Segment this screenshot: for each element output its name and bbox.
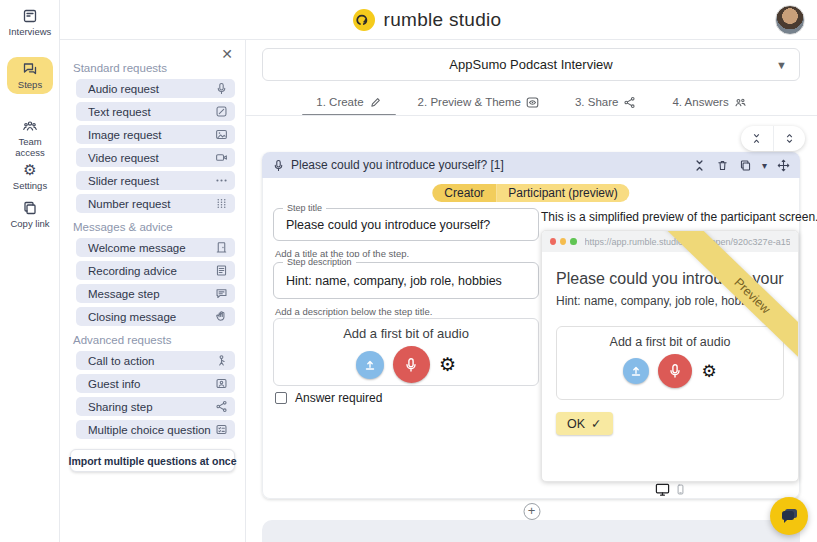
collapsed-next-step[interactable]: [262, 520, 800, 542]
panel-item-label: Welcome message: [88, 242, 215, 254]
mic-icon: [667, 363, 683, 379]
tab-3-share[interactable]: 3. Share: [575, 87, 636, 117]
panel-item-label: Guest info: [88, 378, 215, 390]
rail-item-label: Settings: [13, 180, 47, 191]
check-icon: ✓: [591, 416, 601, 431]
chat-fab[interactable]: [770, 497, 808, 535]
panel-item-slider-request[interactable]: Slider request: [76, 171, 235, 190]
preview-audio-controls: ⚙: [557, 354, 783, 388]
answer-required-checkbox[interactable]: [275, 392, 287, 404]
image-icon: [215, 128, 228, 141]
preview-note: This is a simplified preview of the part…: [541, 210, 799, 224]
step-card-actions: ▾: [693, 159, 790, 172]
panel-item-video-request[interactable]: Video request: [76, 148, 235, 167]
duplicate-step-button[interactable]: [739, 159, 752, 172]
tab-label: 3. Share: [575, 96, 618, 108]
step-card-header[interactable]: Please could you introduce yourself? [1]…: [262, 152, 800, 178]
expand-all-button[interactable]: [773, 126, 806, 151]
answer-required-label: Answer required: [295, 391, 382, 405]
panel-item-label: Message step: [88, 288, 215, 300]
upload-icon: [363, 358, 377, 372]
header-divider: [246, 115, 817, 116]
panel-item-sharing-step[interactable]: Sharing step: [76, 397, 235, 416]
panel-item-call-to-action[interactable]: Call to action: [76, 351, 235, 370]
import-questions-button[interactable]: Import multiple questions at once: [70, 449, 235, 472]
preview-audio-settings-button[interactable]: ⚙: [701, 363, 716, 380]
slider-icon: [215, 174, 228, 187]
audio-settings-button[interactable]: ⚙: [439, 355, 456, 374]
panel-item-guest-info[interactable]: Guest info: [76, 374, 235, 393]
section-title-messages-advice: Messages & advice: [73, 221, 245, 233]
desktop-icon[interactable]: [654, 482, 671, 497]
rail-item-team-access[interactable]: Team access: [7, 114, 53, 162]
contact-icon: [215, 377, 228, 390]
audio-box: Add a first bit of audio ⚙: [273, 318, 539, 386]
collapse-all-button[interactable]: [741, 126, 773, 151]
panel-item-multiple-choice-question[interactable]: Multiple choice question: [76, 420, 235, 439]
mobile-icon[interactable]: [675, 482, 686, 497]
team-icon: [22, 118, 38, 134]
ok-label: OK: [567, 417, 585, 431]
tab-label: 4. Answers: [672, 96, 728, 108]
panel-item-recording-advice[interactable]: Recording advice: [76, 261, 235, 280]
step-description-field[interactable]: Step description Hint: name, company, jo…: [273, 262, 539, 299]
interview-title: AppSumo Podcast Interview: [449, 57, 612, 72]
rumble-logo-icon: [352, 8, 376, 32]
collapse-icon: [693, 159, 706, 172]
interview-select[interactable]: AppSumo Podcast Interview ▼: [262, 48, 800, 81]
rail-item-label: Interviews: [9, 26, 52, 37]
add-step-button[interactable]: +: [523, 503, 540, 520]
expand-icon: [784, 133, 795, 144]
close-icon[interactable]: ✕: [217, 44, 237, 64]
panel-item-message-step[interactable]: Message step: [76, 284, 235, 303]
cta-icon: [215, 354, 228, 367]
tab-4-answers[interactable]: 4. Answers: [672, 87, 746, 117]
move-step-handle[interactable]: [777, 159, 790, 172]
preview-upload-button[interactable]: [623, 358, 649, 384]
step-title-label: Step title: [283, 203, 326, 213]
app-name: rumble studio: [384, 9, 502, 31]
panel-item-closing-message[interactable]: Closing message: [76, 307, 235, 326]
step-description-value: Hint: name, company, job role, hobbies: [274, 263, 538, 300]
collapse-step-button[interactable]: [693, 159, 706, 172]
rail-item-settings[interactable]: ⚙ Settings: [7, 158, 53, 195]
app-logo: rumble studio: [352, 0, 502, 40]
eye-icon: [526, 96, 539, 109]
panel-item-label: Audio request: [88, 83, 215, 95]
step-card-title: Please could you introduce yourself? [1]: [291, 158, 687, 172]
rail-item-copy-link[interactable]: Copy link: [7, 196, 53, 233]
panel-item-welcome-message[interactable]: Welcome message: [76, 238, 235, 257]
delete-step-button[interactable]: [716, 159, 729, 172]
step-title-field[interactable]: Step title Please could you introduce yo…: [273, 208, 539, 241]
people-icon: [734, 96, 747, 109]
panel-item-audio-request[interactable]: Audio request: [76, 79, 235, 98]
more-options-button[interactable]: ▾: [762, 159, 767, 172]
pencil-icon: [369, 96, 382, 109]
panel-item-text-request[interactable]: Text request: [76, 102, 235, 121]
app-window: Interviews Steps Team access ⚙ Settings …: [0, 0, 817, 542]
list-icon: [215, 264, 228, 277]
rail-item-steps[interactable]: Steps: [7, 57, 53, 94]
tab-label: 2. Preview & Theme: [418, 96, 521, 108]
audio-controls: ⚙: [274, 346, 538, 383]
traffic-light-yellow-icon: [560, 238, 566, 245]
record-audio-button[interactable]: [393, 346, 430, 383]
tabs: 1. Create2. Preview & Theme3. Share4. An…: [246, 87, 817, 117]
wave-icon: [215, 310, 228, 323]
preview-ok-button[interactable]: OK ✓: [556, 412, 613, 435]
step-title-value: Please could you introduce yourself?: [274, 209, 538, 242]
upload-audio-button[interactable]: [356, 351, 384, 379]
preview-record-button[interactable]: [658, 354, 692, 388]
chevron-down-icon: ▼: [776, 59, 787, 71]
panel-item-number-request[interactable]: Number request: [76, 194, 235, 213]
step-description-helper: Add a description below the step title.: [275, 306, 432, 317]
panel-item-label: Multiple choice question: [88, 424, 215, 436]
rail-item-label: Steps: [18, 79, 42, 90]
tab-2-preview-theme[interactable]: 2. Preview & Theme: [418, 87, 539, 117]
rail-item-label: Copy link: [10, 218, 49, 229]
video-icon: [215, 151, 228, 164]
tab-1-create[interactable]: 1. Create: [316, 87, 381, 117]
rail-item-interviews[interactable]: Interviews: [7, 4, 53, 41]
user-avatar[interactable]: [775, 5, 805, 35]
panel-item-image-request[interactable]: Image request: [76, 125, 235, 144]
